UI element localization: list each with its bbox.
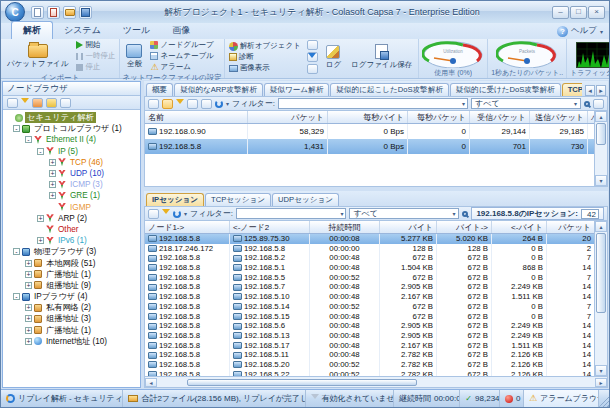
packets-gauge[interactable]: Packets 1秒あたりのパケット... — [488, 39, 567, 78]
tab-scroll-left-button[interactable]: ◂ — [585, 85, 595, 96]
session-filter-input-dropdown-icon[interactable]: ▾ — [340, 210, 343, 217]
name-table-button[interactable]: ネームテーブル — [148, 51, 215, 61]
utilization-gauge[interactable]: Utilization 使用率 (0%) — [419, 39, 488, 78]
tab-scroll-right-button[interactable]: ▸ — [596, 85, 606, 96]
alarm-button[interactable]: ⚠アラーム — [148, 62, 215, 72]
tree-node[interactable]: + 组播地址 (3) — [3, 313, 140, 324]
tree-expander[interactable]: + — [25, 260, 32, 267]
view-tab[interactable]: 疑似ワーム解析 — [264, 83, 330, 96]
tree-node[interactable]: + IPv6 (1) — [3, 235, 140, 246]
export-node-button[interactable] — [60, 98, 71, 108]
ribbon-tab[interactable]: ツール — [112, 22, 161, 39]
ribbon-tab[interactable]: システム — [53, 22, 112, 39]
col-bytes-out[interactable]: バイト-> — [437, 221, 492, 233]
tree-node[interactable]: IGMP — [3, 202, 140, 213]
tree-node[interactable]: Other — [3, 224, 140, 235]
tree-node[interactable]: セキュリティ解析 — [3, 112, 140, 123]
save-view-button[interactable] — [148, 99, 159, 109]
scroll-thumb[interactable] — [596, 123, 606, 145]
tree-node[interactable]: + 组播地址 (9) — [3, 280, 140, 291]
tree-node[interactable]: + 广播地址 (1) — [3, 325, 140, 336]
session-scroll-up-icon[interactable]: ▴ — [595, 221, 607, 232]
session-row[interactable]: 192.168.5.8 192.168.5.10 00:00:48 2.167 … — [145, 292, 594, 302]
resize-grip[interactable] — [599, 395, 609, 407]
col-session-packets[interactable]: パケット — [547, 221, 595, 233]
search-icon[interactable] — [584, 101, 590, 107]
tree-expander[interactable]: - — [25, 136, 32, 143]
tree-expander[interactable]: - — [37, 148, 44, 155]
session-search-icon[interactable] — [462, 211, 468, 217]
tree-node[interactable]: - 物理ブラウザ (3) — [3, 246, 140, 257]
session-tab[interactable]: IPセッション — [146, 193, 204, 206]
session-scroll-thumb[interactable] — [596, 233, 606, 313]
session-row[interactable]: 192.168.5.8 192.168.5.5 00:00:52 672 B 6… — [145, 273, 594, 283]
view-tab[interactable]: 疑似的に起こしたDoS攻撃解析 — [330, 83, 449, 96]
session-row[interactable]: 192.168.5.8 192.168.5.15 00:00:48 672 B … — [145, 312, 594, 322]
packet-file-button[interactable]: パケットファイル — [3, 40, 72, 72]
node-filter-icon[interactable] — [21, 98, 29, 107]
session-refresh-dropdown-icon[interactable]: ▾ — [184, 210, 187, 217]
view-tab[interactable]: 疑似的に受けたDoS攻撃解析 — [450, 83, 561, 96]
tree-expander[interactable]: + — [49, 192, 56, 199]
chart-tool-button[interactable] — [307, 64, 318, 74]
tree-node[interactable]: + GRE (1) — [3, 190, 140, 201]
scroll-up-icon[interactable]: ▴ — [595, 111, 607, 122]
tree-expander[interactable]: + — [37, 237, 44, 244]
tree-node[interactable]: + Internet地址 (10) — [3, 336, 140, 347]
tree-node[interactable]: + TCP (46) — [3, 157, 140, 168]
new-replay-button[interactable] — [47, 6, 60, 19]
col-bytes-in[interactable]: <-バイト — [492, 221, 547, 233]
col-node1[interactable]: ノード1-> — [145, 221, 230, 233]
export-view-button[interactable] — [162, 99, 173, 109]
view-tab[interactable]: 概要 — [146, 83, 173, 96]
filter-tool-button[interactable] — [307, 52, 318, 62]
endpoint-row[interactable]: 192.168.5.8 1,431 0 Bps 0 701 730 — [145, 139, 594, 154]
col-packets[interactable]: パケット — [248, 111, 328, 123]
ribbon-tab[interactable]: 画像 — [161, 22, 201, 39]
scroll-down-icon[interactable]: ▾ — [595, 175, 607, 186]
tree-expander[interactable]: + — [25, 282, 32, 289]
endpoint-row[interactable]: 192.168.0.90 58,329 0 Bps 0 29,144 29,18… — [145, 124, 594, 139]
session-row[interactable]: 192.168.5.8 192.168.5.6 00:00:48 2.905 K… — [145, 321, 594, 331]
name-table-quick-button[interactable] — [46, 98, 57, 108]
session-row[interactable]: 192.168.5.8 192.168.5.7 00:00:48 2.905 K… — [145, 282, 594, 292]
tree-expander[interactable]: + — [49, 159, 56, 166]
log-button[interactable]: ログ — [322, 40, 345, 74]
alarm-browser-button[interactable]: ⚠アラームブラウザ — [524, 390, 599, 407]
col-tx-packets[interactable]: 送信パケット — [530, 111, 588, 123]
log-save-button[interactable]: ログファイル保存 — [347, 40, 416, 74]
tree-expander[interactable]: + — [25, 271, 32, 278]
column-options-button[interactable] — [593, 99, 604, 109]
col-duration[interactable]: 持続時間 — [310, 221, 380, 233]
session-filter-input[interactable]: ▾ — [236, 208, 346, 219]
new-project-button[interactable] — [31, 6, 44, 19]
tree-expander[interactable]: + — [25, 315, 32, 322]
tree-expander[interactable]: + — [37, 215, 44, 222]
general-button[interactable]: 全般 — [122, 40, 146, 72]
filter-add-button[interactable] — [187, 99, 198, 109]
session-save-button[interactable] — [148, 209, 159, 219]
col-rx-packets[interactable]: 受信パケット — [470, 111, 530, 123]
session-row[interactable]: 192.168.5.8 192.168.5.11 00:00:48 2.782 … — [145, 350, 594, 360]
refresh-dropdown-icon[interactable]: ▾ — [226, 100, 229, 107]
session-row[interactable]: 218.17.246.172 192.168.5.8 00:00:00 128 … — [145, 244, 594, 254]
col-bytes-per-sec[interactable]: 毎秒バイト — [328, 111, 408, 123]
locate-node-button[interactable] — [32, 98, 43, 108]
filter-funnel-icon[interactable] — [176, 99, 184, 108]
tree-node[interactable]: - プロトコルブラウザ (1) — [3, 123, 140, 134]
view-tab[interactable]: 疑似的なARP攻撃解析 — [174, 83, 263, 96]
pause-button[interactable]: 一時停止 — [74, 51, 117, 61]
tree-expander[interactable]: + — [25, 338, 32, 345]
session-scroll-down-icon[interactable]: ▾ — [595, 365, 607, 376]
session-row[interactable]: 192.168.5.8 192.168.5.22 00:00:52 2.782 … — [145, 370, 594, 376]
hscroll-left-icon[interactable]: ◂ — [145, 378, 157, 387]
tree-expander[interactable]: + — [25, 327, 32, 334]
image-display-button[interactable]: 画像表示 — [227, 63, 303, 73]
tree-expander[interactable]: - — [13, 125, 20, 132]
col-packets-per-sec[interactable]: 毎秒パケット — [408, 111, 470, 123]
tree-node[interactable]: - IP (5) — [3, 146, 140, 157]
traffic-chart-widget[interactable]: トラフィックチャー... — [567, 39, 610, 78]
app-logo-icon[interactable]: C — [5, 2, 25, 22]
save-button[interactable] — [79, 6, 92, 19]
col-name[interactable]: 名前 — [145, 111, 248, 123]
